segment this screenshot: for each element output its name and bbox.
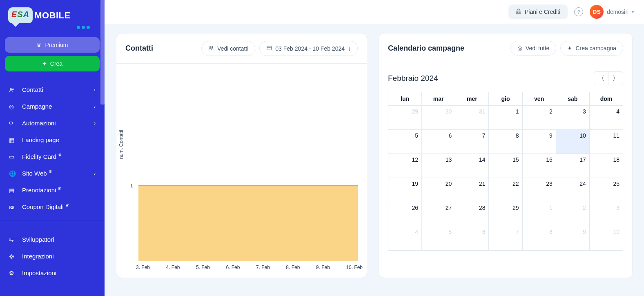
x-ticks: 3. Feb4. Feb5. Feb6. Feb7. Feb8. Feb9. F…	[136, 265, 363, 270]
create-campaign-button[interactable]: ✦ Crea campagna	[560, 41, 623, 56]
calendar-day[interactable]: 23	[523, 178, 556, 202]
plans-button[interactable]: 🏛 Piani e Crediti	[508, 4, 568, 19]
svg-point-2	[210, 47, 212, 48]
x-tick: 10. Feb	[346, 265, 363, 270]
calendar-day[interactable]: 26	[388, 202, 422, 226]
calendar-day[interactable]: 5	[388, 130, 422, 154]
calendar-day[interactable]: 4	[388, 226, 422, 250]
crea-button[interactable]: ✦ Crea	[5, 56, 100, 71]
calendar-day[interactable]: 27	[422, 202, 455, 226]
sidebar-item-automazioni[interactable]: ፨Automazioni›	[0, 115, 105, 131]
calendar-next-button[interactable]: 〉	[608, 71, 623, 85]
help-button[interactable]: ?	[574, 7, 583, 16]
sidebar-item-impostazioni[interactable]: ⚙Impostazioni	[0, 265, 105, 281]
users-icon	[208, 45, 214, 52]
svg-point-0	[10, 88, 12, 90]
calendar-day[interactable]: 29	[489, 202, 522, 226]
sidebar-item-label: Coupon Digitali♛	[22, 203, 96, 210]
calendar-day[interactable]: 31	[455, 106, 489, 130]
sidebar-item-prenotazioni[interactable]: ▤Prenotazioni♛	[0, 182, 105, 198]
calendar-day[interactable]: 6	[422, 130, 455, 154]
calendar-day[interactable]: 10	[590, 226, 623, 250]
calendar-day[interactable]: 3	[590, 202, 623, 226]
calendar-day[interactable]: 6	[455, 226, 489, 250]
user-menu[interactable]: DS demosiri ▾	[590, 5, 634, 19]
calendar-day[interactable]: 21	[455, 178, 489, 202]
calendar-day[interactable]: 1	[523, 202, 556, 226]
calendar-day[interactable]: 9	[523, 130, 556, 154]
calendar-day[interactable]: 29	[388, 106, 422, 130]
chevron-right-icon: ›	[94, 171, 96, 176]
sidebar-footer-menu: ⇆Sviluppatori⯐Integrazioni⚙Impostazioni	[0, 225, 105, 284]
calendar-day[interactable]: 18	[590, 154, 623, 178]
calendar-day[interactable]: 30	[422, 106, 455, 130]
calendar-day[interactable]: 17	[556, 154, 590, 178]
calendar-day[interactable]: 10	[556, 130, 590, 154]
sidebar-item-sito-web[interactable]: 🌐Sito Web♛›	[0, 165, 105, 182]
chevron-right-icon: 〉	[613, 75, 619, 82]
calendar-day[interactable]: 2	[556, 202, 590, 226]
calendar-day[interactable]: 7	[489, 226, 522, 250]
flow-icon: ፨	[9, 120, 16, 127]
calendar-day[interactable]: 12	[388, 154, 422, 178]
x-tick: 9. Feb	[316, 265, 330, 270]
crown-icon: ♛	[65, 203, 69, 207]
calendar-day[interactable]: 22	[489, 178, 522, 202]
calendar-day[interactable]: 25	[590, 178, 623, 202]
calendar-day[interactable]: 19	[388, 178, 422, 202]
arrows-icon: ⇆	[9, 236, 16, 243]
contatti-card: Contatti Vedi contatti 03 Fe	[116, 33, 367, 278]
calendar-card: Calendario campagne ◎ Vedi tutte ✦ Crea …	[379, 33, 633, 278]
topbar: 🏛 Piani e Crediti ? DS demosiri ▾	[105, 0, 644, 24]
sidebar-item-label: Sviluppatori	[22, 236, 96, 243]
view-all-button[interactable]: ◎ Vedi tutte	[510, 41, 556, 56]
grid-icon: ▦	[9, 137, 16, 143]
calendar-icon: ▤	[9, 187, 16, 194]
calendar-day[interactable]: 2	[523, 106, 556, 130]
sidebar-item-integrazioni[interactable]: ⯐Integrazioni	[0, 248, 105, 265]
sidebar-item-campagne[interactable]: ◎Campagne›	[0, 98, 105, 115]
download-icon: ↓	[348, 45, 351, 52]
sidebar-item-landing-page[interactable]: ▦Landing page	[0, 131, 105, 148]
chevron-down-icon: ▾	[632, 9, 634, 15]
calendar-day[interactable]: 9	[556, 226, 590, 250]
sidebar-item-label: Prenotazioni♛	[22, 187, 96, 194]
x-tick: 7. Feb	[256, 265, 270, 270]
premium-button[interactable]: ♛ Premium	[5, 37, 100, 53]
chart-area-series	[138, 185, 358, 261]
calendar-day[interactable]: 3	[556, 106, 590, 130]
sidebar-item-label: Fidelity Card♛	[22, 153, 96, 160]
date-range-button[interactable]: 03 Feb 2024 - 10 Feb 2024 ↓	[259, 41, 358, 56]
calendar-day[interactable]: 4	[590, 106, 623, 130]
calendar-title: Calendario campagne	[388, 44, 464, 53]
sidebar-item-label: Contatti	[22, 86, 94, 93]
avatar: DS	[590, 5, 604, 19]
sidebar-item-sviluppatori[interactable]: ⇆Sviluppatori	[0, 231, 105, 248]
calendar-day[interactable]: 15	[489, 154, 522, 178]
y-tick: 1	[130, 183, 133, 189]
calendar-day[interactable]: 8	[489, 130, 522, 154]
calendar-day[interactable]: 11	[590, 130, 623, 154]
chevron-left-icon: 〈	[598, 75, 604, 82]
sidebar-item-label: Sito Web♛	[22, 170, 94, 177]
chevron-right-icon: ›	[94, 87, 96, 93]
calendar-day[interactable]: 16	[523, 154, 556, 178]
sidebar-item-coupon-digitali[interactable]: 🎟Coupon Digitali♛	[0, 198, 105, 215]
sidebar-item-fidelity-card[interactable]: ▭Fidelity Card♛	[0, 148, 105, 165]
calendar-prev-button[interactable]: 〈	[594, 71, 608, 85]
view-contacts-button[interactable]: Vedi contatti	[201, 41, 255, 56]
calendar-day[interactable]: 14	[455, 154, 489, 178]
svg-point-3	[212, 47, 213, 48]
calendar-day[interactable]: 5	[422, 226, 455, 250]
calendar-day[interactable]: 7	[455, 130, 489, 154]
calendar-day[interactable]: 1	[489, 106, 522, 130]
target-icon: ◎	[517, 45, 522, 51]
calendar-day[interactable]: 24	[556, 178, 590, 202]
calendar-day[interactable]: 28	[455, 202, 489, 226]
calendar-day[interactable]: 20	[422, 178, 455, 202]
calendar-day[interactable]: 8	[523, 226, 556, 250]
calendar-day[interactable]: 13	[422, 154, 455, 178]
crown-icon: ♛	[58, 153, 62, 157]
sidebar-item-contatti[interactable]: Contatti›	[0, 81, 105, 98]
contatti-chart: num. Contatti 13. Feb4. Feb5. Feb6. Feb7…	[116, 64, 367, 278]
